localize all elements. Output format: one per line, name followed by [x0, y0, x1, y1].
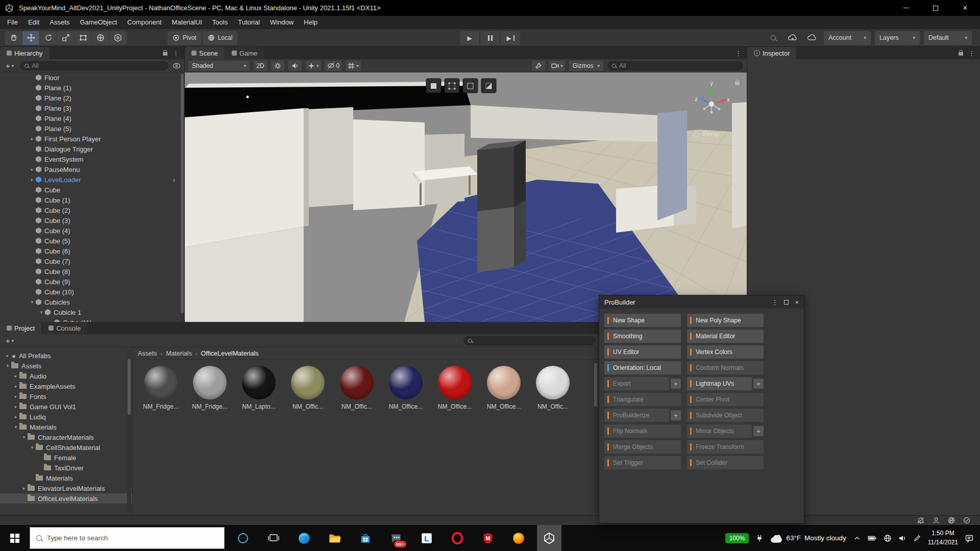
hierarchy-item[interactable]: EventSystem	[0, 154, 180, 164]
scale-tool-button[interactable]	[57, 31, 75, 45]
menu-item[interactable]: GameObject	[75, 16, 122, 29]
layout-dropdown[interactable]: Default▾	[924, 31, 972, 45]
scene-viewport[interactable]: x y z Persp	[185, 72, 747, 322]
probuilder-action-button[interactable]: New Poly Shape	[687, 314, 764, 327]
menu-item[interactable]: Edit	[23, 16, 44, 29]
create-asset-button[interactable]: + ▾	[4, 337, 16, 344]
menu-item[interactable]: Tools	[207, 16, 233, 29]
lock-icon[interactable]	[959, 52, 963, 56]
project-tree-item[interactable]: ▾ CharacterMaterials	[0, 432, 132, 442]
breadcrumb-assets[interactable]: Assets	[138, 350, 157, 357]
status-ok-icon[interactable]	[963, 516, 971, 524]
rotate-tool-button[interactable]	[40, 31, 57, 45]
probuilder-action-button[interactable]: Subdivide Object	[687, 409, 764, 422]
hierarchy-item[interactable]: Cube (1)	[0, 195, 180, 205]
hierarchy-item[interactable]: ▸ LevelLoader ›	[0, 174, 180, 185]
scene-search-input[interactable]	[619, 62, 739, 69]
taskbar-search-input[interactable]	[47, 534, 218, 542]
layers-dropdown[interactable]: Layers▾	[875, 31, 920, 45]
close-icon[interactable]: ×	[795, 298, 799, 306]
probuilder-titlebar[interactable]: ProBuilder ⋮ ×	[599, 295, 804, 309]
panel-menu-icon[interactable]: ⋮	[173, 49, 179, 57]
view-tab[interactable]: Game	[225, 47, 264, 59]
taskbar-app-store[interactable]	[353, 525, 378, 551]
create-object-button[interactable]: + ▾	[4, 62, 16, 69]
hierarchy-item[interactable]: Cube (6)	[0, 246, 180, 256]
probuilder-action-button[interactable]: Smoothing	[604, 330, 681, 343]
volume-icon[interactable]	[898, 534, 906, 542]
project-tree-item[interactable]: ▸ ExampleAssets	[0, 381, 132, 391]
hierarchy-item[interactable]: Plane (1)	[0, 83, 180, 93]
hierarchy-item[interactable]: ▾ Cubicles	[0, 297, 180, 307]
lock-icon[interactable]	[163, 52, 167, 56]
project-tree-item[interactable]: ▸ Ludiq	[0, 412, 132, 422]
battery-icon[interactable]	[868, 534, 877, 542]
menu-item[interactable]: Component	[122, 16, 166, 29]
probuilder-action-button[interactable]: Center Pivot	[687, 393, 764, 406]
expand-arrow-icon[interactable]: ▸	[12, 404, 19, 409]
transform-tool-button[interactable]	[92, 31, 109, 45]
project-tree-item[interactable]: TaxiDriver	[0, 463, 132, 473]
task-view-button[interactable]	[261, 525, 286, 551]
expand-arrow-icon[interactable]: ▾	[38, 310, 45, 315]
asset-item[interactable]: NM_Offic...	[285, 366, 331, 410]
project-content-scrollbar[interactable]	[594, 362, 598, 513]
hierarchy-item[interactable]: Cube (2)	[0, 205, 180, 215]
action-options-button[interactable]: +	[671, 410, 681, 420]
project-search-field[interactable]	[463, 336, 595, 345]
taskbar-app-messages[interactable]: 99+	[384, 525, 408, 551]
scene-audio-toggle[interactable]	[288, 61, 302, 71]
rect-tool-button[interactable]	[75, 31, 92, 45]
scene-visibility-toggle[interactable]: 0	[325, 61, 342, 71]
collab-user-icon[interactable]	[932, 516, 940, 524]
project-tab[interactable]: Console	[42, 322, 87, 334]
hierarchy-item[interactable]: Cube (11)	[0, 317, 180, 322]
taskbar-app-firefox[interactable]	[506, 525, 531, 551]
scene-camera-dropdown[interactable]: ▾	[549, 61, 565, 71]
breadcrumb-materials[interactable]: Materials	[166, 350, 192, 357]
hierarchy-item[interactable]: Cube (10)	[0, 287, 180, 297]
scene-lighting-toggle[interactable]	[271, 61, 284, 71]
expand-arrow-icon[interactable]: ▸	[12, 414, 19, 419]
hierarchy-item[interactable]: Cube	[0, 185, 180, 195]
project-tree-item[interactable]: ▾ Materials	[0, 422, 132, 432]
face-mode-button[interactable]	[481, 79, 496, 93]
expand-arrow-icon[interactable]: ▸	[29, 167, 36, 172]
shading-mode-dropdown[interactable]: Shaded ▾	[188, 61, 250, 71]
project-tree-item[interactable]: ▸ Audio	[0, 371, 132, 381]
menu-item[interactable]: Window	[265, 16, 299, 29]
project-tree-item[interactable]: ▸ Game GUI Vol1	[0, 402, 132, 412]
breadcrumb-current-folder[interactable]: OfficeLevelMaterials	[201, 350, 259, 357]
view-tab[interactable]: Scene	[185, 47, 225, 59]
battery-status-badge[interactable]: 100%	[725, 533, 749, 543]
hierarchy-item[interactable]: Cube (4)	[0, 226, 180, 236]
probuilder-action-button[interactable]: New Shape	[604, 314, 681, 327]
expand-arrow-icon[interactable]: ▸	[20, 486, 28, 491]
account-dropdown[interactable]: Account▾	[824, 31, 871, 45]
2d-toggle-button[interactable]: 2D	[254, 61, 267, 71]
asset-item[interactable]: NM_Fridge...	[187, 366, 233, 410]
probuilder-action-button[interactable]: Set Collider	[687, 456, 764, 469]
network-offline-icon[interactable]	[947, 516, 955, 524]
menu-item[interactable]: Help	[299, 16, 323, 29]
taskbar-app-opera[interactable]	[445, 525, 470, 551]
pen-icon[interactable]	[913, 534, 921, 542]
gizmos-dropdown[interactable]: Gizmos▾	[569, 61, 603, 71]
scene-picker-icon[interactable]	[173, 62, 181, 69]
hand-tool-button[interactable]	[5, 31, 22, 45]
expand-arrow-icon[interactable]: ▸	[12, 394, 19, 399]
hierarchy-item[interactable]: Plane (2)	[0, 93, 180, 103]
menu-item[interactable]: Tutorial	[233, 16, 265, 29]
probuilder-action-button[interactable]: Set Trigger	[604, 456, 681, 469]
network-icon[interactable]	[884, 534, 892, 542]
menu-item[interactable]: File	[2, 16, 23, 29]
project-search-input[interactable]	[475, 337, 591, 344]
project-tree-item[interactable]: ▾ CellShadeMaterial	[0, 442, 132, 453]
tray-expand-chevron-icon[interactable]	[853, 534, 861, 542]
project-tree-item[interactable]: ▸ All Prefabs	[0, 350, 132, 361]
hierarchy-item[interactable]: Plane (3)	[0, 103, 180, 113]
weather-widget[interactable]: 63°F Mostly cloudy	[770, 533, 846, 543]
project-tree-item[interactable]: Materials	[0, 473, 132, 483]
probuilder-action-button[interactable]: Material Editor	[687, 330, 764, 343]
menu-item[interactable]: Assets	[44, 16, 75, 29]
